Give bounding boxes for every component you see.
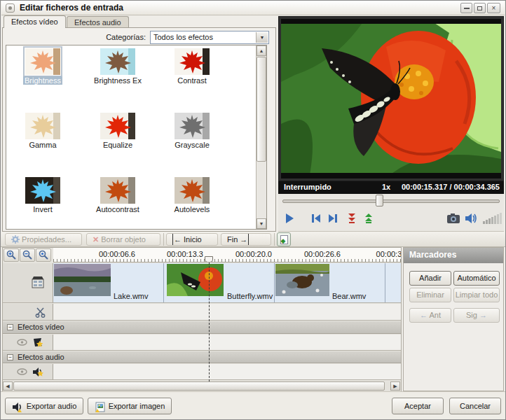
next-arrow-icon: → (479, 311, 487, 319)
collapse-icon[interactable]: − (7, 354, 13, 360)
previous-frame-icon[interactable] (310, 213, 322, 224)
effect-label: Grayscale (157, 141, 227, 150)
marker-page-icon: ◆ (280, 235, 288, 244)
audio-effects-row (3, 364, 401, 380)
marker-previous-button[interactable]: ← Ant (409, 308, 451, 323)
effect-thumbnail-equalize[interactable] (100, 113, 135, 139)
marker-auto-button[interactable]: Automático (453, 271, 500, 286)
seek-groove[interactable] (282, 200, 500, 203)
video-track-content[interactable]: Lake.wmv Butterfly.wmv (53, 263, 401, 303)
playhead-line[interactable] (209, 262, 210, 382)
toolbar-divider (163, 233, 164, 246)
seek-slider[interactable] (278, 194, 504, 208)
timeline-hscrollbar[interactable]: ◀ ▶ (3, 382, 401, 391)
scrollbar-thumb[interactable] (257, 57, 266, 162)
playhead-handle[interactable] (205, 256, 213, 262)
clip-name: Bear.wmv (332, 292, 366, 300)
effect-thumbnail-brightness-ex[interactable] (100, 48, 135, 75)
export-image-button[interactable]: Exportar imagen (88, 398, 172, 414)
playback-status: Interrumpido (284, 183, 331, 191)
marker-next-button[interactable]: Sig → (453, 308, 500, 323)
video-effects-content[interactable] (53, 335, 401, 351)
effect-thumbnail-gamma[interactable] (25, 113, 60, 139)
categories-label: Categorías: (106, 33, 146, 41)
video-track-row: Lake.wmv Butterfly.wmv (3, 263, 401, 303)
collapse-icon[interactable]: − (7, 324, 13, 330)
delete-object-button[interactable]: ✕ Borrar objeto (86, 233, 160, 246)
clip-lake[interactable]: Lake.wmv (53, 263, 164, 302)
speed-down-icon[interactable] (347, 213, 357, 224)
audio-effects-content[interactable] (53, 364, 401, 380)
visibility-eye-icon[interactable] (17, 368, 27, 375)
close-icon: × (492, 4, 496, 12)
end-button[interactable]: Fin → (221, 233, 271, 246)
group-label: Efectos vídeo (18, 323, 64, 331)
timeline-ruler[interactable]: 00:00:06.6 00:00:13.3 00:00:20.0 00:00:2… (53, 248, 401, 262)
speed-up-icon[interactable] (364, 213, 374, 224)
clip-bear[interactable]: Bear.wmv (275, 263, 385, 302)
tab-audio-effects[interactable]: Efectos audio (67, 16, 129, 28)
ruler-label: 00:00:20.0 (235, 250, 272, 258)
hscrollbar-thumb[interactable] (13, 382, 385, 391)
export-image-icon (95, 402, 105, 412)
title-bar[interactable]: Editar ficheros de entrada × (1, 1, 505, 15)
cancel-button[interactable]: Cancelar (449, 398, 501, 414)
start-button[interactable]: ← Inicio (166, 233, 218, 246)
effects-list: Brightness Brightness Ex Contrast Gamma … (6, 45, 267, 230)
delete-x-icon: ✕ (93, 235, 99, 244)
effect-thumbnail-brightness[interactable] (25, 48, 60, 75)
clip-butterfly-thumbnail (167, 264, 224, 296)
video-effects-group-header[interactable]: − Efectos vídeo (3, 321, 401, 334)
zoom-fit-button[interactable] (36, 248, 51, 262)
chevron-down-icon[interactable]: ▼ (256, 32, 268, 43)
effect-thumbnail-grayscale[interactable] (175, 113, 210, 139)
prev-arrow-icon: ← (420, 311, 428, 319)
export-audio-button[interactable]: Exportar audio (5, 398, 83, 414)
scroll-down-icon[interactable]: ▼ (257, 218, 266, 229)
close-button[interactable]: × (487, 3, 500, 13)
scenes-row-content[interactable] (53, 304, 401, 321)
scroll-left-icon[interactable]: ◀ (3, 382, 13, 391)
categories-value: Todos los efectos (153, 33, 213, 41)
snapshot-camera-icon[interactable] (446, 213, 460, 224)
video-effects-row-header (3, 335, 53, 351)
add-marker-button[interactable]: ◆ (277, 232, 291, 246)
group-label: Efectos audio (18, 353, 64, 361)
audio-effect-icon (32, 366, 44, 378)
effect-thumbnail-contrast[interactable] (175, 48, 210, 75)
accept-button[interactable]: Aceptar (392, 398, 444, 414)
clip-bear-thumbnail (275, 264, 329, 296)
marker-remove-button[interactable]: Eliminar (409, 288, 451, 302)
green-diamond-icon: ◆ (281, 237, 286, 244)
maximize-button[interactable] (474, 3, 486, 13)
next-frame-icon[interactable] (327, 213, 339, 224)
speaker-icon[interactable] (465, 213, 477, 224)
marker-add-button[interactable]: Añadir (409, 271, 451, 286)
ruler-label: 00:00:26.6 (304, 250, 341, 258)
categories-dropdown[interactable]: Todos los efectos ▼ (150, 31, 269, 44)
clip-butterfly[interactable]: Butterfly.wmv (164, 263, 275, 302)
zoom-out-button[interactable] (20, 248, 35, 262)
zoom-in-button[interactable] (4, 248, 19, 262)
effects-scrollbar[interactable]: ▲ ▼ (256, 46, 266, 229)
minimize-button[interactable] (460, 3, 472, 13)
scroll-up-icon[interactable]: ▲ (257, 46, 266, 56)
properties-button[interactable]: Propiedades... (5, 233, 82, 246)
effect-thumbnail-autolevels[interactable] (175, 177, 210, 204)
audio-effects-group-header[interactable]: − Efectos audio (3, 351, 401, 363)
tab-video-effects[interactable]: Efectos vídeo (4, 15, 66, 28)
effect-thumbnail-invert[interactable] (25, 177, 60, 204)
effect-thumbnail-autocontrast[interactable] (100, 177, 135, 204)
effect-label: Autocontrast (83, 205, 153, 215)
visibility-eye-icon[interactable] (17, 339, 27, 346)
effects-panel: Categorías: Todos los efectos ▼ Brightne… (2, 27, 276, 232)
video-preview (278, 16, 504, 181)
effect-label: Gamma (8, 141, 78, 150)
scenes-row-header (3, 304, 53, 321)
seek-thumb[interactable] (376, 195, 383, 206)
play-icon[interactable] (284, 213, 295, 224)
start-arrow-icon: ← (172, 234, 182, 245)
scroll-right-icon[interactable]: ▶ (390, 382, 400, 391)
marker-clear-button[interactable]: Limpiar todo (453, 288, 500, 302)
volume-bars-icon[interactable] (483, 213, 502, 224)
